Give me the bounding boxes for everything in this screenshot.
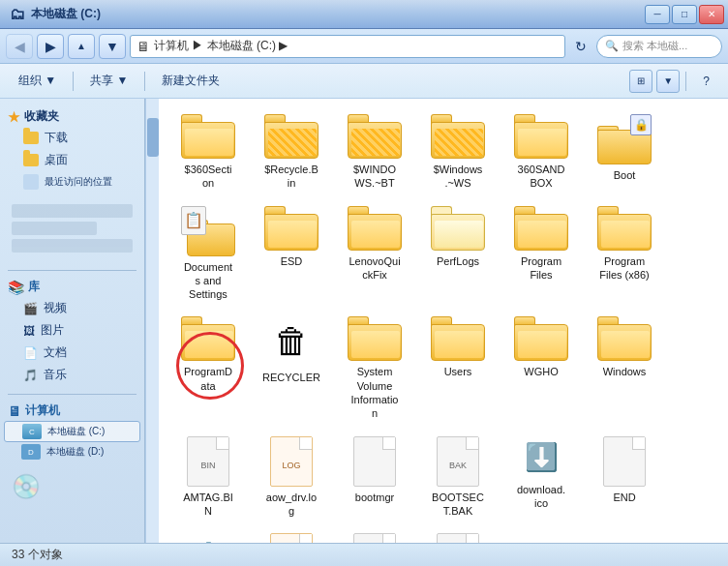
organize-button[interactable]: 组织 ▼ <box>8 68 67 95</box>
file-item-bootmgr[interactable]: bootmgr <box>335 431 414 524</box>
file-item-nbg[interactable]: NS NBG.ns <box>418 527 498 543</box>
downloads-folder-icon <box>23 132 39 144</box>
music-label: 音乐 <box>44 367 67 383</box>
file-item-loga[interactable]: LOG log.a <box>252 527 331 543</box>
new-folder-button[interactable]: 新建文件夹 <box>151 68 230 95</box>
folder-icon-users <box>431 316 485 361</box>
folder-icon-programdata <box>181 316 235 361</box>
file-label-programdata: ProgramData <box>184 365 232 393</box>
view-dropdown-button[interactable]: ▼ <box>656 70 680 93</box>
computer-section-title[interactable]: 🖥 计算机 <box>4 401 140 421</box>
music-icon: 🎵 <box>23 369 38 382</box>
file-item-programfilesx86[interactable]: ProgramFiles (x86) <box>585 200 664 308</box>
file-item-perflogs[interactable]: PerfLogs <box>418 200 498 308</box>
drive-c-icon: C <box>22 424 42 439</box>
sidebar-item-desktop[interactable]: 桌面 <box>4 149 140 171</box>
file-item-boot[interactable]: 🔒 Boot <box>585 108 664 196</box>
file-item-docsettings[interactable]: 📋 Documents andSettings <box>168 200 248 308</box>
file-area[interactable]: $360Section $Recycle.Bin $WINDOWS.~BT <box>159 99 728 543</box>
favorites-label: 收藏夹 <box>24 108 59 125</box>
file-item-windows[interactable]: Windows <box>585 311 664 426</box>
help-button[interactable]: ? <box>692 68 720 95</box>
downloads-label: 下载 <box>45 130 68 146</box>
folder-icon-windowsbt <box>348 114 402 159</box>
file-item-esd[interactable]: ESD <box>252 200 331 308</box>
search-icon: 🔍 <box>605 40 619 52</box>
file-item-users[interactable]: Users <box>418 311 498 426</box>
desktop-label: 桌面 <box>45 152 68 168</box>
file-label-systemvolume: SystemVolumeInformation <box>351 365 399 420</box>
close-button[interactable]: ✕ <box>699 5 724 24</box>
sidebar-item-recent[interactable]: 最近访问的位置 <box>4 171 140 193</box>
maximize-button[interactable]: □ <box>672 5 697 24</box>
desktop-folder-icon <box>23 154 39 166</box>
file-item-amtag[interactable]: BIN AMTAG.BIN <box>168 431 248 524</box>
file-item-recyclebin[interactable]: $Recycle.Bin <box>252 108 331 196</box>
favorites-star-icon: ★ <box>8 109 20 125</box>
share-button[interactable]: 共享 ▼ <box>79 68 138 95</box>
file-label-360sandbox: 360SANDBOX <box>518 163 565 191</box>
file-icon-loga: LOG <box>270 533 313 543</box>
file-item-maxldr[interactable]: MBR maxldr.mbr <box>335 527 414 543</box>
file-item-windowsbt[interactable]: $WINDOWS.~BT <box>335 108 414 196</box>
file-label-wgho: WGHO <box>524 365 558 378</box>
file-label-bootmgr: bootmgr <box>355 491 394 504</box>
file-item-lenovoquickfix[interactable]: LenovoQuickFix <box>335 200 414 308</box>
forward-button[interactable]: ▶ <box>37 34 64 59</box>
up-button[interactable]: ▲ <box>68 34 95 59</box>
file-ext-aowdrv: LOG <box>282 461 300 470</box>
file-label-boot: Boot <box>614 168 636 182</box>
bottom-drive-area: 💿 <box>4 469 140 504</box>
file-item-aowdrv[interactable]: LOG aow_drv.log <box>252 431 331 524</box>
file-item-360section[interactable]: $360Section <box>168 108 248 196</box>
sidebar-item-video[interactable]: 🎬 视频 <box>4 297 140 319</box>
file-item-programdata[interactable]: ProgramData <box>168 311 248 426</box>
sidebar-item-music[interactable]: 🎵 音乐 <box>4 364 140 386</box>
drive-d-icon: D <box>21 444 41 460</box>
video-icon: 🎬 <box>23 302 38 315</box>
file-label-recycler: RECYCLER <box>262 371 320 384</box>
file-label-lenovoquickfix: LenovoQuickFix <box>349 254 400 283</box>
sidebar-item-drive-d[interactable]: D 本地磁盘 (D:) <box>4 442 140 462</box>
view-toggle-button[interactable]: ⊞ <box>629 70 652 93</box>
folder-icon-perflogs <box>431 206 485 251</box>
file-item-wgho[interactable]: WGHO <box>501 311 581 426</box>
library-section-title[interactable]: 📚 库 <box>4 277 140 297</box>
file-item-windowsws[interactable]: $Windows.~WS <box>418 108 498 196</box>
library-icon: 📚 <box>8 280 24 295</box>
file-ext-amtag: BIN <box>200 461 215 470</box>
computer-icon: 🖥 <box>8 403 21 419</box>
title-bar: 🗂 本地磁盘 (C:) ─ □ ✕ <box>0 0 728 29</box>
toolbar-separator-2 <box>144 72 145 91</box>
dropdown-button[interactable]: ▼ <box>99 34 126 59</box>
sidebar-item-downloads[interactable]: 下载 <box>4 127 140 149</box>
address-bar[interactable]: 🖥 计算机 ▶ 本地磁盘 (C:) ▶ <box>130 35 565 58</box>
file-item-installconfig[interactable]: ⚙️ InstallConfig.ini <box>168 527 248 543</box>
folder-icon-boot: 🔒 <box>597 114 652 164</box>
status-bar: 33 个对象 <box>0 543 728 566</box>
favorites-section-title[interactable]: ★ 收藏夹 <box>4 106 140 127</box>
file-item-end[interactable]: END <box>585 431 664 524</box>
minimize-button[interactable]: ─ <box>645 5 670 24</box>
folder-icon-recyclebin <box>264 114 318 159</box>
file-item-recycler[interactable]: 🗑 RECYCLER <box>252 311 331 426</box>
file-item-programfiles[interactable]: ProgramFiles <box>501 200 581 308</box>
file-label-360section: $360Section <box>185 163 232 191</box>
refresh-button[interactable]: ↻ <box>569 35 592 58</box>
back-button[interactable]: ◀ <box>6 34 33 59</box>
search-box[interactable]: 🔍 搜索 本地磁... <box>596 35 722 58</box>
file-icon-amtag: BIN <box>187 436 229 487</box>
sidebar: ★ 收藏夹 下载 桌面 最近访问的位置 <box>0 99 145 543</box>
sidebar-item-document[interactable]: 📄 文档 <box>4 342 140 364</box>
file-item-360sandbox[interactable]: 360SANDBOX <box>501 108 581 196</box>
file-label-windowsbt: $WINDOWS.~BT <box>353 163 396 191</box>
sidebar-item-drive-c[interactable]: C 本地磁盘 (C:) <box>4 421 140 442</box>
sidebar-scrollbar[interactable] <box>145 99 159 543</box>
file-item-bootsect[interactable]: BAK BOOTSECT.BAK <box>418 431 498 524</box>
scrollbar-thumb[interactable] <box>147 118 159 157</box>
file-item-download-ico[interactable]: ⬇️ download.ico <box>501 431 581 524</box>
sidebar-item-image[interactable]: 🖼 图片 <box>4 319 140 342</box>
status-count: 33 个对象 <box>12 547 63 563</box>
image-label: 图片 <box>41 322 64 339</box>
file-item-systemvolume[interactable]: SystemVolumeInformation <box>335 311 414 426</box>
